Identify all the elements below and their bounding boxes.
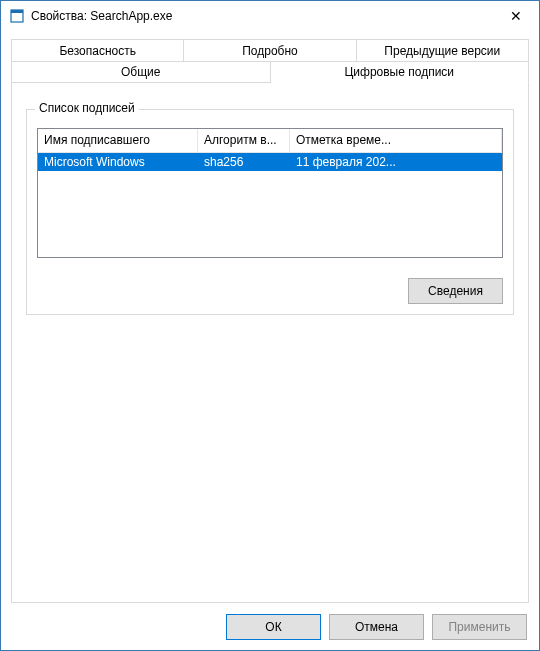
tab-control: Безопасность Подробно Предыдущие версии … <box>11 39 529 603</box>
details-button[interactable]: Сведения <box>408 278 503 304</box>
cancel-button[interactable]: Отмена <box>329 614 424 640</box>
signature-list-group: Список подписей Имя подписавшего Алгорит… <box>26 109 514 315</box>
apply-button[interactable]: Применить <box>432 614 527 640</box>
tab-digital-signatures[interactable]: Цифровые подписи <box>271 61 530 83</box>
svg-rect-1 <box>11 10 23 13</box>
cell-algorithm: sha256 <box>198 154 290 170</box>
ok-button[interactable]: ОК <box>226 614 321 640</box>
group-label: Список подписей <box>35 101 139 115</box>
title-bar: Свойства: SearchApp.exe ✕ <box>1 1 539 31</box>
cell-timestamp: 11 февраля 202... <box>290 154 502 170</box>
window-title: Свойства: SearchApp.exe <box>31 9 493 23</box>
cell-signer: Microsoft Windows <box>38 154 198 170</box>
listview-header: Имя подписавшего Алгоритм в... Отметка в… <box>38 129 502 153</box>
close-icon: ✕ <box>510 9 522 23</box>
column-header-timestamp[interactable]: Отметка време... <box>290 129 502 153</box>
tab-details[interactable]: Подробно <box>184 39 356 61</box>
close-button[interactable]: ✕ <box>493 1 539 31</box>
dialog-content: Безопасность Подробно Предыдущие версии … <box>1 31 539 650</box>
column-header-signer[interactable]: Имя подписавшего <box>38 129 198 153</box>
dialog-button-row: ОК Отмена Применить <box>226 614 527 640</box>
column-header-algorithm[interactable]: Алгоритм в... <box>198 129 290 153</box>
tab-security[interactable]: Безопасность <box>11 39 184 61</box>
tab-panel-digital-signatures: Список подписей Имя подписавшего Алгорит… <box>11 83 529 603</box>
listview-row[interactable]: Microsoft Windows sha256 11 февраля 202.… <box>38 153 502 171</box>
app-icon <box>9 8 25 24</box>
signature-listview[interactable]: Имя подписавшего Алгоритм в... Отметка в… <box>37 128 503 258</box>
tab-general[interactable]: Общие <box>11 61 271 83</box>
tab-previous-versions[interactable]: Предыдущие версии <box>357 39 529 61</box>
